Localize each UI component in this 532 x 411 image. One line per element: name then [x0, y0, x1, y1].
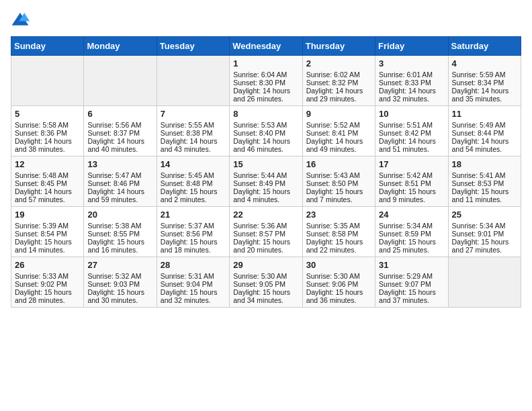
day-info: Daylight: 15 hours and 16 minutes. [87, 238, 152, 254]
day-info: Sunset: 8:34 PM [452, 79, 517, 87]
calendar-cell: 24Sunrise: 5:34 AMSunset: 8:59 PMDayligh… [375, 207, 448, 257]
day-info: Sunset: 9:02 PM [15, 280, 80, 288]
day-info: Sunrise: 5:56 AM [87, 121, 152, 129]
calendar-cell: 9Sunrise: 5:52 AMSunset: 8:41 PMDaylight… [302, 106, 375, 156]
day-info: Sunset: 8:32 PM [306, 79, 371, 87]
day-info: Sunset: 8:45 PM [15, 179, 80, 187]
calendar-week-row: 1Sunrise: 6:04 AMSunset: 8:30 PMDaylight… [11, 56, 521, 106]
calendar-cell: 31Sunrise: 5:29 AMSunset: 9:07 PMDayligh… [375, 257, 448, 308]
day-info: Daylight: 14 hours and 29 minutes. [306, 87, 371, 103]
day-number: 8 [233, 109, 298, 119]
calendar-cell [448, 257, 521, 308]
day-info: Sunrise: 5:30 AM [233, 272, 298, 280]
day-info: Sunset: 8:38 PM [161, 129, 226, 137]
day-info: Sunset: 8:44 PM [452, 129, 517, 137]
day-info: Daylight: 15 hours and 30 minutes. [87, 288, 152, 304]
day-info: Daylight: 14 hours and 54 minutes. [452, 137, 517, 153]
day-info: Sunset: 8:56 PM [161, 230, 226, 238]
day-number: 2 [306, 58, 371, 68]
day-info: Daylight: 15 hours and 20 minutes. [233, 238, 298, 254]
day-info: Sunrise: 5:53 AM [233, 121, 298, 129]
calendar-header-saturday: Saturday [448, 37, 521, 56]
calendar-cell: 6Sunrise: 5:56 AMSunset: 8:37 PMDaylight… [84, 106, 157, 156]
day-info: Daylight: 15 hours and 11 minutes. [452, 187, 517, 203]
day-info: Sunset: 8:48 PM [161, 179, 226, 187]
day-number: 28 [161, 260, 226, 270]
calendar-cell: 17Sunrise: 5:42 AMSunset: 8:51 PMDayligh… [375, 156, 448, 207]
calendar-cell: 7Sunrise: 5:55 AMSunset: 8:38 PMDaylight… [157, 106, 229, 156]
day-number: 19 [15, 210, 80, 220]
day-info: Sunrise: 6:04 AM [233, 71, 298, 79]
day-info: Sunrise: 5:33 AM [15, 272, 80, 280]
day-info: Sunset: 8:40 PM [233, 129, 298, 137]
day-info: Sunrise: 6:01 AM [379, 71, 444, 79]
calendar-cell: 16Sunrise: 5:43 AMSunset: 8:50 PMDayligh… [302, 156, 375, 207]
day-info: Sunset: 8:54 PM [15, 230, 80, 238]
calendar-week-row: 26Sunrise: 5:33 AMSunset: 9:02 PMDayligh… [11, 257, 521, 308]
day-number: 31 [379, 260, 444, 270]
calendar-cell: 23Sunrise: 5:35 AMSunset: 8:58 PMDayligh… [302, 207, 375, 257]
calendar-cell: 28Sunrise: 5:31 AMSunset: 9:04 PMDayligh… [157, 257, 229, 308]
calendar-week-row: 19Sunrise: 5:39 AMSunset: 8:54 PMDayligh… [11, 207, 521, 257]
day-info: Sunrise: 5:34 AM [452, 222, 517, 230]
day-info: Sunrise: 5:30 AM [306, 272, 371, 280]
calendar-cell: 15Sunrise: 5:44 AMSunset: 8:49 PMDayligh… [230, 156, 302, 207]
page-header [11, 11, 521, 30]
calendar-cell: 30Sunrise: 5:30 AMSunset: 9:06 PMDayligh… [302, 257, 375, 308]
day-number: 13 [87, 159, 152, 169]
calendar-cell [84, 56, 157, 106]
day-info: Sunrise: 5:41 AM [452, 171, 517, 179]
day-number: 16 [306, 159, 371, 169]
day-info: Daylight: 14 hours and 51 minutes. [379, 137, 444, 153]
calendar-cell: 13Sunrise: 5:47 AMSunset: 8:46 PMDayligh… [84, 156, 157, 207]
day-info: Daylight: 15 hours and 4 minutes. [233, 187, 298, 203]
calendar-cell: 25Sunrise: 5:34 AMSunset: 9:01 PMDayligh… [448, 207, 521, 257]
day-info: Sunset: 8:49 PM [233, 179, 298, 187]
day-info: Daylight: 15 hours and 37 minutes. [379, 288, 444, 304]
day-info: Sunrise: 5:38 AM [87, 222, 152, 230]
day-info: Sunset: 8:59 PM [379, 230, 444, 238]
day-info: Sunrise: 6:02 AM [306, 71, 371, 79]
calendar-cell: 12Sunrise: 5:48 AMSunset: 8:45 PMDayligh… [11, 156, 84, 207]
calendar-cell: 22Sunrise: 5:36 AMSunset: 8:57 PMDayligh… [230, 207, 302, 257]
day-number: 22 [233, 210, 298, 220]
calendar-cell: 1Sunrise: 6:04 AMSunset: 8:30 PMDaylight… [230, 56, 302, 106]
day-number: 27 [87, 260, 152, 270]
day-info: Sunrise: 5:42 AM [379, 171, 444, 179]
calendar-header-tuesday: Tuesday [157, 37, 229, 56]
calendar-cell: 8Sunrise: 5:53 AMSunset: 8:40 PMDaylight… [230, 106, 302, 156]
calendar-header-friday: Friday [375, 37, 448, 56]
calendar-header-thursday: Thursday [302, 37, 375, 56]
day-info: Sunset: 8:41 PM [306, 129, 371, 137]
day-number: 7 [161, 109, 226, 119]
day-info: Daylight: 14 hours and 43 minutes. [161, 137, 226, 153]
day-info: Daylight: 15 hours and 36 minutes. [306, 288, 371, 304]
day-info: Daylight: 14 hours and 57 minutes. [15, 187, 80, 203]
day-info: Sunrise: 5:36 AM [233, 222, 298, 230]
day-number: 11 [452, 109, 517, 119]
day-info: Sunset: 8:58 PM [306, 230, 371, 238]
day-info: Daylight: 15 hours and 14 minutes. [15, 238, 80, 254]
calendar-week-row: 12Sunrise: 5:48 AMSunset: 8:45 PMDayligh… [11, 156, 521, 207]
day-info: Sunset: 8:37 PM [87, 129, 152, 137]
logo [11, 11, 32, 30]
day-number: 21 [161, 210, 226, 220]
day-info: Daylight: 14 hours and 49 minutes. [306, 137, 371, 153]
day-info: Sunset: 9:03 PM [87, 280, 152, 288]
day-info: Daylight: 15 hours and 25 minutes. [379, 238, 444, 254]
day-info: Sunset: 8:33 PM [379, 79, 444, 87]
calendar-header-row: SundayMondayTuesdayWednesdayThursdayFrid… [11, 37, 521, 56]
day-info: Daylight: 14 hours and 46 minutes. [233, 137, 298, 153]
day-info: Sunset: 8:57 PM [233, 230, 298, 238]
calendar-week-row: 5Sunrise: 5:58 AMSunset: 8:36 PMDaylight… [11, 106, 521, 156]
day-info: Sunset: 8:55 PM [87, 230, 152, 238]
day-info: Sunrise: 5:55 AM [161, 121, 226, 129]
day-number: 25 [452, 210, 517, 220]
day-info: Daylight: 14 hours and 26 minutes. [233, 87, 298, 103]
logo-icon [11, 11, 30, 30]
day-number: 17 [379, 159, 444, 169]
day-number: 3 [379, 58, 444, 68]
day-info: Daylight: 15 hours and 2 minutes. [161, 187, 226, 203]
calendar-cell: 5Sunrise: 5:58 AMSunset: 8:36 PMDaylight… [11, 106, 84, 156]
calendar-cell: 19Sunrise: 5:39 AMSunset: 8:54 PMDayligh… [11, 207, 84, 257]
